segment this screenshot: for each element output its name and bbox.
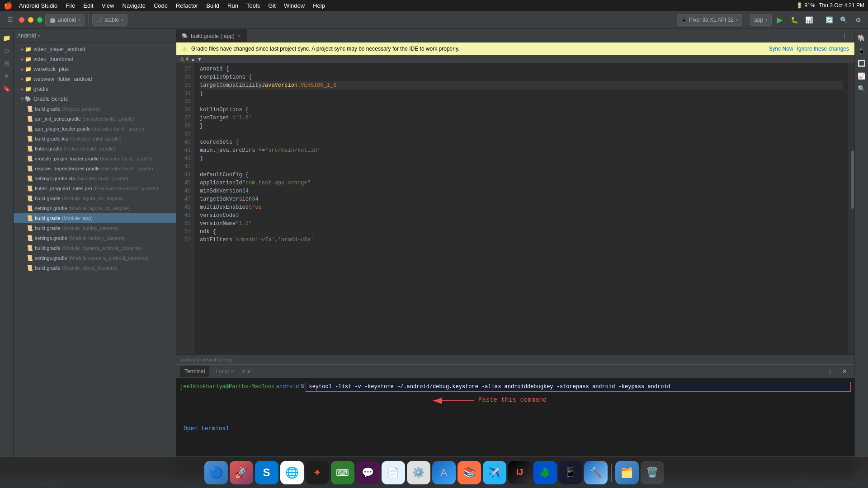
run-config-selector[interactable]: app ▾ (750, 14, 772, 26)
dock-folder[interactable]: 🗂️ (615, 461, 639, 484)
tree-item-app-plugin-loader[interactable]: 📜 app_plugin_loader.gradle (Included bui… (14, 124, 176, 134)
app-inspection-icon[interactable]: 🔍 (856, 83, 867, 94)
menu-help[interactable]: Help (309, 0, 329, 11)
tree-item-resolve-dependencies[interactable]: 📜 resolve_dependencies.gradle (Included … (14, 164, 176, 174)
menu-edit[interactable]: Edit (80, 0, 97, 11)
menu-git[interactable]: Git (264, 0, 279, 11)
project-selector[interactable]: 🤖 android ▾ (45, 14, 85, 26)
ignore-changes-link[interactable]: Ignore these changes (797, 46, 849, 52)
tree-item-settings-gradle-agora[interactable]: 📜 settings.gradle (Module :agora_rtc_eng… (14, 203, 176, 213)
device-explorer-icon[interactable]: 📱 (856, 45, 867, 56)
code-line-35 (200, 98, 843, 106)
search-everywhere-button[interactable]: 🔍 (837, 14, 850, 26)
dock-system-prefs[interactable]: ⚙️ (407, 461, 430, 484)
main-menu-button[interactable]: ☰ (4, 14, 16, 26)
editor-tab-more-button[interactable]: ⋮ (838, 29, 851, 42)
menu-view[interactable]: View (98, 0, 118, 11)
run-button[interactable]: ▶ (774, 14, 786, 26)
tree-item-video-player[interactable]: ▶ 📁 video_player_android (14, 44, 176, 54)
scrollbar-thumb[interactable] (851, 150, 854, 209)
profile-button[interactable]: 📊 (802, 14, 815, 26)
profiler-icon[interactable]: 📈 (856, 70, 867, 81)
dock-intellij[interactable]: IJ (508, 461, 532, 484)
tree-item-video-thumbnail[interactable]: ▶ 📁 video_thumbnail (14, 54, 176, 64)
menu-window[interactable]: Window (280, 0, 308, 11)
menu-tools[interactable]: Tools (243, 0, 264, 11)
tree-item-build-gradle-kts[interactable]: 📜 build.gradle.kts (Included build: :gra… (14, 134, 176, 144)
terminal-tab-close-icon[interactable]: ✕ (231, 369, 234, 374)
gradle-icon[interactable]: 🐘 (856, 33, 867, 43)
tree-item-flutter-gradle[interactable]: 📜 flutter.gradle (Included build: :gradl… (14, 144, 176, 154)
terminal-close-button[interactable]: ✕ (838, 365, 851, 378)
menu-code[interactable]: Code (150, 0, 171, 11)
dock-finder[interactable]: 🔵 (204, 461, 228, 484)
terminal-add-tab-button[interactable]: + (241, 367, 245, 375)
close-window-button[interactable] (19, 17, 24, 23)
terminal-tab-terminal[interactable]: Terminal (180, 366, 209, 377)
maximize-window-button[interactable] (37, 17, 42, 23)
dock-terminal-app[interactable]: ⌨ (331, 461, 354, 484)
dock-pages[interactable]: 📄 (382, 461, 405, 484)
editor-tab-build-gradle[interactable]: 🐘 build.gradle (:app) ✕ (176, 29, 247, 42)
dock-figma[interactable]: ✦ (306, 461, 329, 484)
dock-chrome[interactable]: 🌐 (280, 461, 304, 484)
terminal-tab-chevron[interactable]: ▾ (247, 368, 250, 375)
code-editor[interactable]: 27 30 33 34 35 36 37 38 39 40 41 42 43 4… (176, 63, 854, 354)
dock-skype[interactable]: S (255, 461, 278, 484)
commit-icon[interactable]: ⊙ (1, 45, 12, 56)
dock-launchpad[interactable]: 🚀 (230, 461, 253, 484)
open-terminal-label[interactable]: Open terminal (180, 423, 233, 434)
favorites-icon[interactable]: ★ (1, 70, 12, 81)
dock-slack[interactable]: 💬 (356, 461, 380, 484)
tree-item-wakelock[interactable]: ▶ 📁 wakelock_plus (14, 64, 176, 74)
dock-simulator[interactable]: 📱 (559, 461, 582, 484)
menu-file[interactable]: File (62, 0, 79, 11)
tree-item-flutter-proguard[interactable]: 📜 flutter_proguard_rules.pro (ProGuard R… (14, 183, 176, 193)
branch-selector[interactable]: ⎇ stable ▾ (92, 14, 127, 26)
tree-item-webview-flutter[interactable]: ▶ 📁 webview_flutter_android (14, 74, 176, 84)
dock-sourcetree[interactable]: 🌲 (533, 461, 557, 484)
tree-item-settings-gradle-bubbly[interactable]: 📜 settings.gradle (Module :bubbly_camera… (14, 233, 176, 243)
sync-now-link[interactable]: Sync Now (769, 46, 793, 52)
tree-item-build-gradle-cloud[interactable]: 📜 build.gradle (Module :cloud_firestore) (14, 263, 176, 273)
tree-item-build-gradle-project[interactable]: 📜 build.gradle (Project: android) (14, 104, 176, 114)
tree-item-build-gradle-bubbly[interactable]: 📜 build.gradle (Module :bubbly_camera) (14, 223, 176, 233)
minimize-window-button[interactable] (28, 17, 33, 23)
tree-item-settings-gradle-kts[interactable]: 📜 settings.gradle.kts (Included build: :… (14, 174, 176, 183)
tab-close-button[interactable]: ✕ (237, 33, 241, 38)
menu-refactor[interactable]: Refactor (172, 0, 202, 11)
terminal-command-input[interactable] (306, 382, 851, 392)
structure-icon[interactable]: ⊞ (1, 58, 12, 69)
dock-testflight[interactable]: ✈️ (483, 461, 506, 484)
project-icon[interactable]: 📁 (1, 33, 12, 43)
terminal-settings-button[interactable]: ⋮ (824, 365, 836, 378)
expand-warnings-button[interactable]: ▲ (190, 56, 195, 62)
tree-item-build-gradle-camera[interactable]: 📜 build.gradle (Module :camera_android_c… (14, 243, 176, 253)
code-content[interactable]: android { compileOptions { targetCompati… (194, 63, 848, 354)
project-tree[interactable]: ▶ 📁 video_player_android ▶ 📁 video_thumb… (14, 42, 176, 477)
collapse-warnings-button[interactable]: ▼ (197, 56, 202, 62)
dock-app-store[interactable]: A (432, 461, 456, 484)
apple-icon[interactable]: 🍎 (4, 1, 13, 10)
dock-xcode[interactable]: 🔨 (584, 461, 608, 484)
logcat-icon[interactable]: 🔳 (856, 58, 867, 69)
menu-android-studio[interactable]: Android Studio (15, 0, 61, 11)
terminal-tab-local[interactable]: Local ✕ (211, 366, 239, 377)
menu-build[interactable]: Build (203, 0, 223, 11)
dock-books[interactable]: 📚 (458, 461, 481, 484)
tree-item-settings-gradle-camera[interactable]: 📜 settings.gradle (Module :camera_androi… (14, 253, 176, 263)
tree-item-gradle-scripts[interactable]: ▶ 🐘 Gradle Scripts (14, 94, 176, 104)
tree-item-build-gradle-agora[interactable]: 📜 build.gradle (Module :agora_rtc_engine… (14, 193, 176, 203)
sync-button[interactable]: 🔄 (823, 14, 835, 26)
bookmarks-icon[interactable]: 🔖 (1, 83, 12, 94)
tree-item-build-gradle-app[interactable]: 📜 build.gradle (Module :app) (14, 213, 176, 223)
settings-button[interactable]: ⚙ (852, 14, 864, 26)
menu-navigate[interactable]: Navigate (119, 0, 149, 11)
tree-item-gradle-folder[interactable]: ▶ 📁 gradle (14, 84, 176, 94)
menu-run[interactable]: Run (224, 0, 242, 11)
tree-item-module-plugin-loader[interactable]: 📜 module_plugin_loader.gradle (Included … (14, 154, 176, 164)
dock-trash[interactable]: 🗑️ (641, 461, 664, 484)
tree-item-aar-init[interactable]: 📜 aar_init_script.gradle (Included build… (14, 114, 176, 124)
device-selector[interactable]: 📱 Pixel 3a XL API 32 ▾ (677, 14, 742, 26)
debug-button[interactable]: 🐛 (788, 14, 801, 26)
